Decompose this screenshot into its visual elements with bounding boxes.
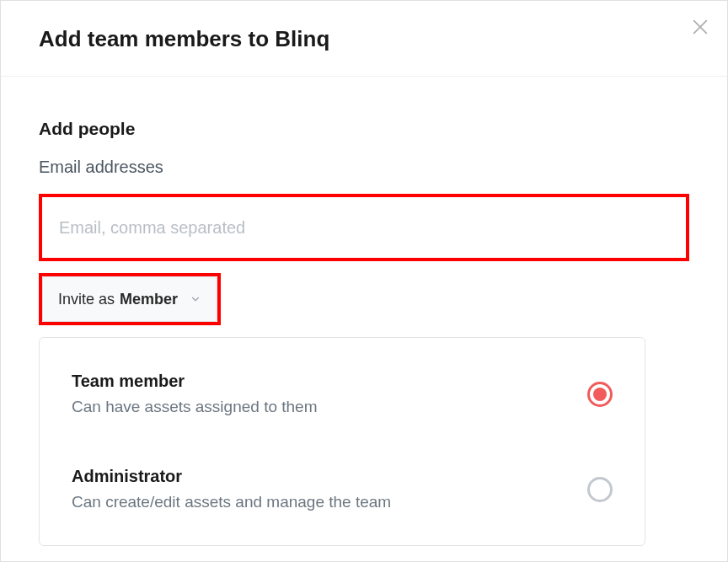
email-input-highlight (39, 194, 689, 261)
email-input[interactable] (42, 197, 686, 258)
email-label: Email addresses (39, 158, 689, 177)
radio-unselected[interactable] (587, 477, 613, 502)
role-dropdown[interactable]: Invite as Member (42, 276, 217, 322)
option-text: Administrator Can create/edit assets and… (72, 467, 587, 511)
option-text: Team member Can have assets assigned to … (72, 372, 587, 416)
option-desc: Can create/edit assets and manage the te… (72, 493, 587, 511)
option-title: Administrator (72, 467, 587, 486)
option-desc: Can have assets assigned to them (72, 398, 587, 416)
option-team-member[interactable]: Team member Can have assets assigned to … (40, 346, 645, 442)
modal-header: Add team members to Blinq (1, 1, 727, 77)
add-team-modal: Add team members to Blinq Add people Ema… (0, 0, 728, 562)
dropdown-role: Member (120, 291, 178, 308)
role-options-panel: Team member Can have assets assigned to … (39, 337, 645, 546)
close-button[interactable] (688, 16, 712, 40)
option-administrator[interactable]: Administrator Can create/edit assets and… (40, 442, 645, 537)
dropdown-prefix: Invite as (58, 291, 115, 308)
radio-dot-icon (593, 388, 607, 401)
section-title: Add people (39, 119, 689, 139)
modal-body: Add people Email addresses Invite as Mem… (1, 77, 727, 546)
close-icon (691, 18, 709, 39)
modal-title: Add team members to Blinq (39, 26, 689, 52)
radio-selected[interactable] (587, 382, 613, 407)
role-dropdown-highlight: Invite as Member (39, 273, 221, 325)
chevron-down-icon (190, 293, 201, 305)
option-title: Team member (72, 372, 587, 391)
